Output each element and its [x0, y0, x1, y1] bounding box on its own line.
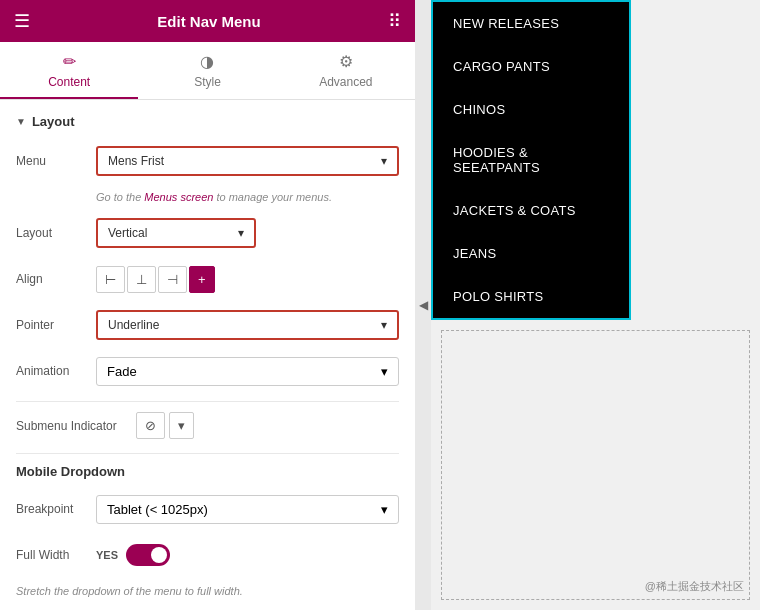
full-width-toggle[interactable] — [126, 544, 170, 566]
tab-style-label: Style — [194, 75, 221, 89]
left-panel: ☰ Edit Nav Menu ⠿ ✏ Content ◑ Style ⚙ Ad… — [0, 0, 415, 610]
menu-value: Mens Frist — [108, 154, 164, 168]
nav-item-hoodies[interactable]: HOODIES & SEEATPANTS — [433, 131, 629, 189]
align-left-button[interactable]: ⊢ — [96, 266, 125, 293]
pointer-value: Underline — [108, 318, 159, 332]
menus-screen-link[interactable]: Menus screen — [144, 191, 213, 203]
top-row: NEW RELEASES CARGO PANTS CHINOS HOODIES … — [431, 0, 760, 320]
tab-content-label: Content — [48, 75, 90, 89]
layout-section-header: ▼ Layout — [16, 114, 399, 129]
nav-item-jeans[interactable]: JEANS — [433, 232, 629, 275]
submenu-controls: ⊘ ▾ — [136, 412, 194, 439]
nav-item-jackets[interactable]: JACKETS & COATS — [433, 189, 629, 232]
animation-value: Fade — [107, 364, 137, 379]
submenu-indicator-row: Submenu Indicator ⊘ ▾ — [16, 412, 399, 439]
panel-collapse-arrow[interactable]: ◀ — [415, 0, 431, 610]
align-center-button[interactable]: ⊥ — [127, 266, 156, 293]
animation-row: Animation Fade ▾ — [16, 355, 399, 387]
tab-style[interactable]: ◑ Style — [138, 42, 276, 99]
layout-value: Vertical — [108, 226, 147, 240]
content-tab-icon: ✏ — [63, 52, 76, 71]
tab-advanced-label: Advanced — [319, 75, 372, 89]
layout-dropdown-arrow[interactable]: ▾ — [238, 226, 244, 240]
panel-body: ▼ Layout Menu Mens Frist ▾ Go to the Men… — [0, 100, 415, 610]
align-label: Align — [16, 272, 96, 286]
nav-item-chinos[interactable]: CHINOS — [433, 88, 629, 131]
tab-bar: ✏ Content ◑ Style ⚙ Advanced — [0, 42, 415, 100]
dashed-placeholder — [441, 330, 750, 600]
tab-content[interactable]: ✏ Content — [0, 42, 138, 99]
breakpoint-dropdown-arrow[interactable]: ▾ — [381, 502, 388, 517]
pointer-label: Pointer — [16, 318, 96, 332]
nav-item-new-releases[interactable]: NEW RELEASES — [433, 2, 629, 45]
breakpoint-value: Tablet (< 1025px) — [107, 502, 208, 517]
submenu-icon-button[interactable]: ⊘ — [136, 412, 165, 439]
animation-select-wrap: Fade ▾ — [96, 357, 399, 386]
layout-section-label: Layout — [32, 114, 75, 129]
divider-2 — [16, 453, 399, 454]
submenu-indicator-label: Submenu Indicator — [16, 419, 136, 433]
animation-label: Animation — [16, 364, 96, 378]
info-after: to manage your menus. — [213, 191, 332, 203]
hamburger-icon[interactable]: ☰ — [14, 10, 30, 32]
section-collapse-arrow[interactable]: ▼ — [16, 116, 26, 127]
layout-select-wrap: Vertical ▾ — [96, 218, 399, 248]
stretch-info: Stretch the dropdown of the menu to full… — [16, 585, 399, 597]
animation-dropdown-arrow[interactable]: ▾ — [381, 364, 388, 379]
menu-select-wrap: Mens Frist ▾ — [96, 146, 399, 176]
info-before: Go to the — [96, 191, 144, 203]
grid-icon[interactable]: ⠿ — [388, 10, 401, 32]
menu-dropdown-arrow[interactable]: ▾ — [381, 154, 387, 168]
full-width-label: Full Width — [16, 548, 96, 562]
pointer-select-wrap: Underline ▾ — [96, 310, 399, 340]
submenu-down-button[interactable]: ▾ — [169, 412, 194, 439]
layout-row: Layout Vertical ▾ — [16, 217, 399, 249]
right-panel: NEW RELEASES CARGO PANTS CHINOS HOODIES … — [431, 0, 760, 610]
nav-item-polo-shirts[interactable]: POLO SHIRTS — [433, 275, 629, 318]
align-row: Align ⊢ ⊥ ⊣ + — [16, 263, 399, 295]
advanced-tab-icon: ⚙ — [339, 52, 353, 71]
align-justify-button[interactable]: + — [189, 266, 215, 293]
style-tab-icon: ◑ — [200, 52, 214, 71]
nav-menu-preview: NEW RELEASES CARGO PANTS CHINOS HOODIES … — [431, 0, 631, 320]
tab-advanced[interactable]: ⚙ Advanced — [277, 42, 415, 99]
divider-1 — [16, 401, 399, 402]
menu-label: Menu — [16, 154, 96, 168]
full-width-row: Full Width YES — [16, 539, 399, 571]
toggle-yes-label: YES — [96, 549, 118, 561]
breakpoint-label: Breakpoint — [16, 502, 96, 516]
breakpoint-select-wrap: Tablet (< 1025px) ▾ — [96, 495, 399, 524]
align-buttons: ⊢ ⊥ ⊣ + — [96, 266, 215, 293]
watermark: @稀土掘金技术社区 — [645, 579, 744, 594]
menu-info-text: Go to the Menus screen to manage your me… — [96, 191, 399, 203]
pointer-row: Pointer Underline ▾ — [16, 309, 399, 341]
pointer-dropdown-arrow[interactable]: ▾ — [381, 318, 387, 332]
mobile-dropdown-title: Mobile Dropdown — [16, 464, 399, 479]
editor-title: Edit Nav Menu — [157, 13, 260, 30]
full-width-toggle-wrap: YES — [96, 544, 170, 566]
editor-header: ☰ Edit Nav Menu ⠿ — [0, 0, 415, 42]
nav-item-cargo-pants[interactable]: CARGO PANTS — [433, 45, 629, 88]
menu-row: Menu Mens Frist ▾ — [16, 145, 399, 177]
breakpoint-row: Breakpoint Tablet (< 1025px) ▾ — [16, 493, 399, 525]
layout-label: Layout — [16, 226, 96, 240]
align-right-button[interactable]: ⊣ — [158, 266, 187, 293]
